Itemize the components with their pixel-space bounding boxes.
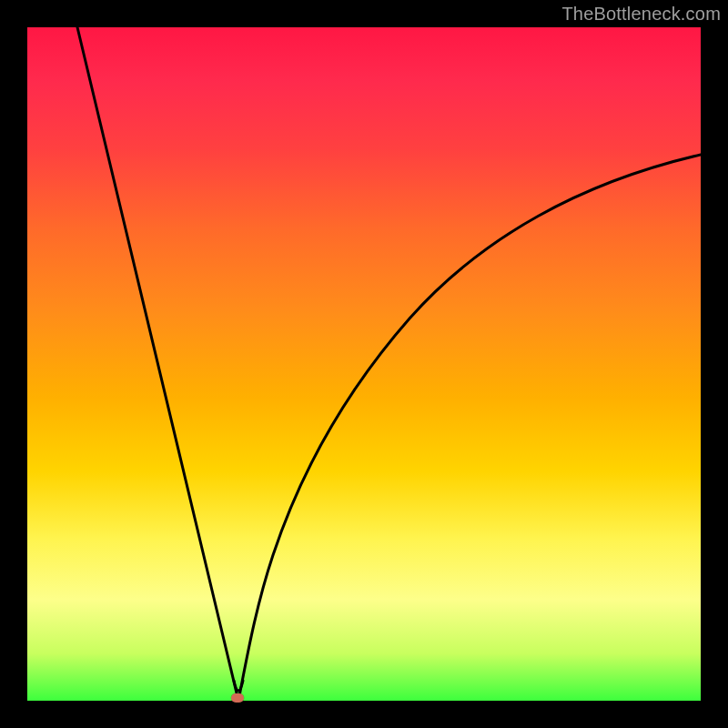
minimum-marker xyxy=(231,693,244,703)
plot-area xyxy=(27,27,701,701)
chart-frame: TheBottleneck.com xyxy=(0,0,728,728)
bottleneck-curve xyxy=(27,27,701,701)
watermark-text: TheBottleneck.com xyxy=(561,4,721,25)
